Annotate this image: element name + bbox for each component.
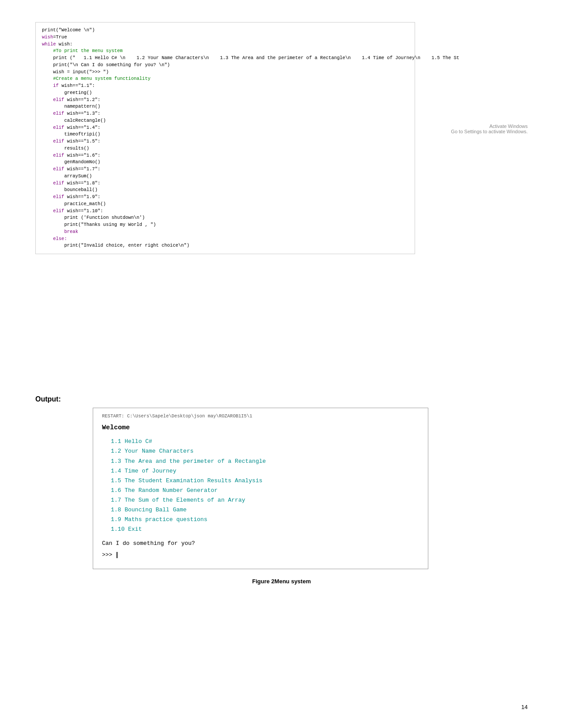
code-line: print("Thanks using my World , ") [42,221,408,229]
code-line: wish = input(">>> ") [42,69,408,76]
code-line: calcRectangle() [42,117,408,124]
terminal-can-prompt: Can I do something for you? >>> [102,539,419,560]
terminal-can-text: Can I do something for you? [102,539,419,548]
code-line: print("\n Can I do something for you? \n… [42,62,408,69]
code-line: elif wish=="1.4": [42,124,408,131]
code-line: namepattern() [42,103,408,110]
code-line: wish=True [42,34,408,41]
code-line: elif wish=="1.7": [42,166,408,173]
menu-item-7: 1.7 The Sum of the Elements of an Array [111,495,419,505]
code-line: else: [42,236,408,243]
code-line: elif wish=="1.2": [42,97,408,104]
terminal-menu: 1.1 Hello C# 1.2 Your Name Characters 1.… [102,437,419,534]
code-line: bounceball() [42,187,408,194]
code-line: elif wish=="1.5": [42,138,408,145]
code-line: elif wish=="1.9": [42,194,408,201]
terminal-welcome: Welcome [102,422,419,434]
activate-windows-line1: Activate Windows [451,124,528,129]
page-number: 14 [521,704,528,710]
code-block: print("Welcome \n") wish=True while wish… [35,22,415,254]
menu-item-4: 1.4 Time of Journey [111,466,419,476]
code-line: practice_math() [42,201,408,208]
code-line: while wish: [42,41,408,48]
terminal-box: RESTART: C:\Users\Sapele\Desktop\json ma… [93,408,428,569]
output-label: Output: [35,395,528,403]
menu-item-6: 1.6 The Random Number Generator [111,486,419,495]
activate-windows-watermark: Activate Windows Go to Settings to activ… [451,124,528,134]
code-line: elif wish=="1.6": [42,152,408,159]
menu-item-5: 1.5 The Student Examination Results Anal… [111,476,419,486]
code-line: arraySum() [42,173,408,180]
code-line: timeoftripi() [42,131,408,138]
code-line: print("Invalid choice, enter right choic… [42,242,408,249]
code-line: elif wish=="1.8": [42,180,408,187]
menu-item-1: 1.1 Hello C# [111,437,419,447]
menu-item-9: 1.9 Maths practice questions [111,515,419,525]
code-line: elif wish=="1.3": [42,110,408,117]
code-line: #Create a menu system functionality [42,75,408,83]
menu-item-8: 1.8 Bouncing Ball Game [111,505,419,515]
code-line: #To print the menu system [42,48,408,55]
menu-item-3: 1.3 The Area and the perimeter of a Rect… [111,457,419,466]
menu-item-2: 1.2 Your Name Characters [111,447,419,456]
code-line: if wish=="1.1": [42,83,408,90]
terminal-cursor [117,552,117,558]
code-line: elif wish=="1.10": [42,208,408,215]
code-line: genRandomNo() [42,159,408,166]
activate-windows-line2: Go to Settings to activate Windows. [451,129,528,134]
code-line: greeting() [42,90,408,97]
code-line: print (" 1.1 Hello C# \n 1.2 Your Name C… [42,55,408,62]
code-line: results() [42,145,408,152]
figure-caption: Figure 2Menu system [35,578,528,585]
output-section: Output: RESTART: C:\Users\Sapele\Desktop… [35,395,528,585]
terminal-path: RESTART: C:\Users\Sapele\Desktop\json ma… [102,413,419,420]
menu-item-10: 1.10 Exit [111,525,419,534]
code-line: print("Welcome \n") [42,27,408,34]
code-line: break [42,229,408,236]
terminal-cursor-prompt: >>> [102,552,116,558]
code-line: print ('Function shutdown\n') [42,214,408,221]
page: print("Welcome \n") wish=True while wish… [0,0,563,728]
